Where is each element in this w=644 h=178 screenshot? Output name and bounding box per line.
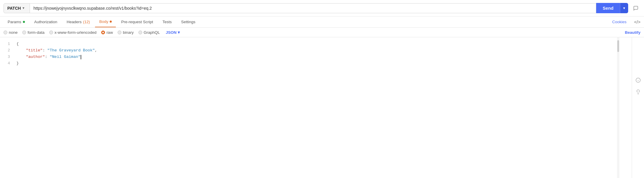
- colon-1: :: [43, 47, 47, 54]
- val-title: "The Graveyard Book": [47, 47, 95, 54]
- scrollbar-area: [617, 37, 619, 178]
- comma-1: ,: [95, 47, 97, 54]
- code-editor[interactable]: { "title": "The Graveyard Book", "author…: [14, 37, 632, 178]
- tab-settings[interactable]: Settings: [177, 17, 200, 27]
- radio-binary[interactable]: binary: [118, 30, 134, 35]
- body-type-options: none form-data x-www-form-urlencoded raw…: [4, 30, 624, 35]
- beautify-button[interactable]: Beautify: [625, 30, 640, 35]
- json-label: JSON: [166, 30, 177, 35]
- line-number-2: 2: [2, 47, 10, 54]
- tab-bar-right: Cookies </>: [612, 19, 640, 24]
- radio-graphql-circle: [138, 31, 142, 34]
- cookies-link[interactable]: Cookies: [612, 20, 627, 24]
- tab-body[interactable]: Body: [95, 16, 116, 27]
- val-author: "Neil Gaiman": [50, 54, 80, 60]
- text-cursor: [81, 55, 81, 59]
- chat-icon-button[interactable]: [631, 4, 640, 13]
- scrollbar-thumb[interactable]: [617, 40, 619, 52]
- radio-graphql-label: GraphQL: [144, 30, 160, 35]
- method-selector[interactable]: PATCH ▾: [4, 3, 30, 13]
- tab-tests-label: Tests: [162, 20, 172, 24]
- tab-params[interactable]: Params: [4, 17, 29, 27]
- tab-authorization-label: Authorization: [34, 20, 57, 24]
- tab-authorization[interactable]: Authorization: [30, 17, 62, 27]
- key-author: "author": [26, 54, 45, 60]
- tab-settings-label: Settings: [181, 20, 196, 24]
- code-icon[interactable]: </>: [634, 19, 640, 24]
- radio-urlencoded-circle: [49, 31, 53, 34]
- url-bar: PATCH ▾ Send ▾: [0, 0, 644, 16]
- key-title: "title": [26, 47, 43, 54]
- tab-headers-label: Headers: [67, 20, 82, 24]
- radio-binary-circle: [118, 31, 121, 34]
- url-input[interactable]: [30, 3, 596, 13]
- radio-none-label: none: [9, 30, 18, 35]
- editor-body: 1 2 3 4 { "title": "The Graveyard Book",…: [0, 37, 632, 178]
- radio-form-data[interactable]: form-data: [22, 30, 45, 35]
- send-button[interactable]: Send: [596, 3, 620, 13]
- line-number-1: 1: [2, 41, 10, 47]
- headers-count: (12): [83, 20, 90, 24]
- body-dot: [110, 21, 112, 23]
- radio-raw[interactable]: raw: [101, 30, 113, 35]
- close-brace: }: [16, 60, 19, 67]
- lightbulb-icon-button[interactable]: [633, 87, 643, 97]
- radio-form-data-label: form-data: [28, 30, 45, 35]
- indent-2: [16, 47, 26, 54]
- indent-3: [16, 54, 26, 60]
- method-chevron-icon: ▾: [23, 6, 24, 10]
- tab-tests[interactable]: Tests: [158, 17, 176, 27]
- params-dot: [23, 21, 25, 23]
- json-chevron-icon: ▾: [178, 30, 180, 35]
- radio-urlencoded[interactable]: x-www-form-urlencoded: [49, 30, 96, 35]
- line-number-3: 3: [2, 54, 10, 60]
- code-line-2: "title": "The Graveyard Book",: [16, 47, 628, 54]
- radio-raw-circle: [101, 31, 105, 34]
- radio-form-data-circle: [22, 31, 26, 34]
- right-panel: [632, 37, 644, 178]
- colon-2: :: [45, 54, 50, 60]
- tab-bar: Params Authorization Headers (12) Body P…: [0, 16, 644, 28]
- radio-none-circle: [4, 31, 7, 34]
- tab-pre-request-label: Pre-request Script: [121, 20, 153, 24]
- tab-pre-request[interactable]: Pre-request Script: [117, 17, 157, 27]
- radio-graphql[interactable]: GraphQL: [138, 30, 160, 35]
- code-line-1: {: [16, 41, 628, 47]
- code-line-3: "author": "Neil Gaiman": [16, 54, 628, 60]
- send-dropdown-button[interactable]: ▾: [620, 3, 628, 13]
- radio-none[interactable]: none: [4, 30, 18, 35]
- right-icons: [631, 4, 640, 13]
- tab-body-label: Body: [99, 19, 108, 24]
- radio-binary-label: binary: [123, 30, 134, 35]
- tab-params-label: Params: [8, 20, 21, 24]
- open-brace: {: [16, 41, 19, 47]
- method-label: PATCH: [7, 6, 21, 11]
- body-type-bar: none form-data x-www-form-urlencoded raw…: [0, 28, 644, 37]
- content-row: 1 2 3 4 { "title": "The Graveyard Book",…: [0, 37, 644, 178]
- app-container: PATCH ▾ Send ▾ Params Authorizat: [0, 0, 644, 178]
- tab-bar-left: Params Authorization Headers (12) Body P…: [4, 16, 612, 27]
- code-line-4: }: [16, 60, 628, 67]
- send-group: Send ▾: [596, 3, 628, 13]
- tab-headers[interactable]: Headers (12): [62, 17, 94, 27]
- line-number-4: 4: [2, 60, 10, 67]
- editor-column: 1 2 3 4 { "title": "The Graveyard Book",…: [0, 37, 632, 178]
- radio-urlencoded-label: x-www-form-urlencoded: [55, 30, 96, 35]
- info-icon-button[interactable]: [633, 75, 643, 85]
- radio-raw-label: raw: [106, 30, 113, 35]
- send-chevron-icon: ▾: [623, 6, 625, 10]
- json-selector[interactable]: JSON ▾: [166, 30, 180, 35]
- line-numbers: 1 2 3 4: [0, 37, 14, 178]
